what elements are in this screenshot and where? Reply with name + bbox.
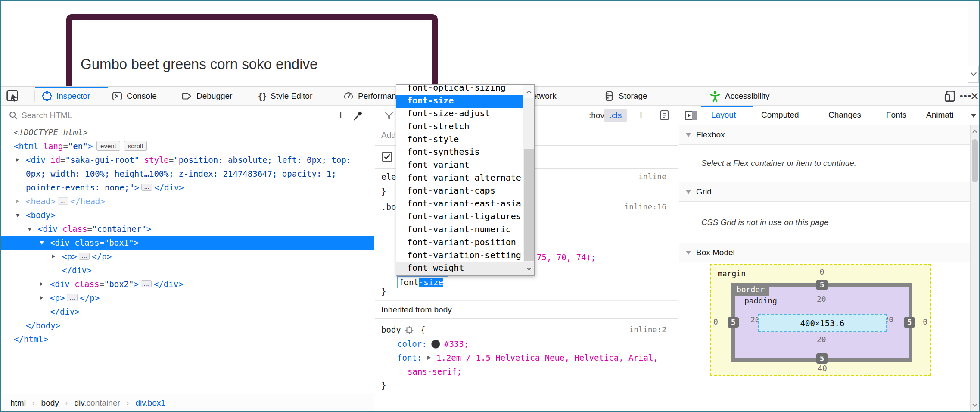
rule-source-link[interactable]: inline (638, 170, 666, 183)
close-devtools-button[interactable]: ✕ (970, 87, 979, 106)
autocomplete-option[interactable]: font-variant (396, 159, 523, 172)
responsive-design-button[interactable] (944, 87, 956, 106)
layout-panel-scrollbar[interactable] (970, 125, 979, 411)
breadcrumb-item-box1[interactable]: div.box1 (135, 398, 165, 408)
tab-style-editor[interactable]: { } Style Editor (258, 87, 312, 106)
autocomplete-option[interactable]: font-stretch (396, 121, 523, 134)
margin-left-value[interactable]: 0 (713, 317, 718, 326)
twisty-collapsed-icon[interactable] (40, 296, 43, 300)
tree-row[interactable]: </body> (1, 318, 374, 332)
color-value[interactable]: #333; (444, 337, 469, 350)
box1-border-value-fragment[interactable]: 75, 70, 74); (537, 251, 596, 263)
tab-inspector[interactable]: Inspector (42, 87, 90, 106)
autocomplete-option[interactable]: font-variant-position (396, 237, 523, 250)
tree-row[interactable]: <div class="container"> (1, 222, 374, 236)
margin-right-value[interactable]: 0 (923, 317, 927, 326)
popup-scrollbar-thumb[interactable] (524, 149, 534, 261)
breadcrumb-item-html[interactable]: html (10, 398, 26, 408)
add-node-button[interactable]: + (333, 106, 348, 125)
tab-storage[interactable]: Storage (604, 87, 647, 106)
new-property-input[interactable]: font-size (397, 276, 448, 288)
body-rule-selector[interactable]: body (381, 323, 401, 336)
box-model-content-box[interactable]: 400×153.6 (758, 314, 887, 332)
all-tabs-chevron-icon[interactable] (971, 114, 976, 118)
color-property[interactable]: color: (397, 337, 427, 350)
tree-row[interactable]: <head>…</head> (1, 194, 374, 208)
autocomplete-option[interactable]: font-style (396, 134, 523, 147)
print-simulation-icon[interactable] (660, 110, 670, 121)
autocomplete-option[interactable]: font-size (396, 95, 523, 108)
grid-section-header[interactable]: Grid (679, 182, 970, 202)
autocomplete-option[interactable]: font-optical-sizing (396, 84, 523, 95)
class-checkbox[interactable] (382, 152, 392, 162)
tree-row[interactable]: </html> (1, 332, 374, 346)
breadcrumb-item-body[interactable]: body (41, 398, 59, 408)
padding-top-value[interactable]: 20 (817, 294, 826, 303)
popup-scroll-down-button[interactable] (523, 262, 534, 275)
autocomplete-option[interactable]: font-variant-ligatures (396, 211, 523, 224)
autocomplete-option[interactable]: font-synthesis (396, 147, 523, 159)
tab-accessibility[interactable]: Accessibility (709, 87, 769, 106)
twisty-expanded-icon[interactable] (16, 214, 20, 217)
twisty-collapsed-icon[interactable] (16, 158, 19, 162)
autocomplete-option[interactable]: font-weight (396, 262, 523, 275)
autocomplete-option[interactable]: font-variant-numeric (396, 224, 523, 237)
tree-row[interactable]: </div> (1, 263, 374, 277)
tab-debugger[interactable]: Debugger (182, 87, 232, 106)
twisty-expanded-icon[interactable] (40, 241, 44, 245)
page-scrollbar[interactable] (968, 1, 979, 86)
expand-value-icon[interactable] (427, 356, 431, 360)
autocomplete-option[interactable]: font-variant-alternate (396, 172, 523, 185)
node-picker-button[interactable] (6, 89, 22, 104)
popup-scrollbar[interactable] (523, 85, 534, 275)
autocomplete-option[interactable]: font-size-adjust (396, 108, 523, 121)
rule-source-link[interactable]: inline:16 (624, 200, 666, 213)
margin-bottom-value[interactable]: 40 (816, 364, 828, 373)
page-scroll-down-button[interactable] (968, 66, 979, 83)
border-left-value[interactable]: 5 (728, 317, 739, 328)
tree-row[interactable]: <html lang="en">eventscroll (1, 139, 374, 153)
font-value-line1[interactable]: 1.2em / 1.5 Helvetica Neue, Helvetica, A… (436, 351, 658, 364)
tree-row[interactable]: <p>…</p> (1, 250, 374, 263)
flexbox-section-header[interactable]: Flexbox (679, 125, 970, 145)
box-model-section-header[interactable]: Box Model (679, 243, 970, 262)
font-value-line2[interactable]: sans-serif; (408, 365, 462, 378)
breadcrumb-item-container[interactable]: div.container (74, 398, 120, 408)
tab-fonts[interactable]: Fonts (886, 106, 907, 125)
tab-layout[interactable]: Layout (711, 106, 736, 125)
tab-changes[interactable]: Changes (828, 106, 861, 125)
scrollbar-thumb[interactable] (972, 139, 978, 182)
twisty-collapsed-icon[interactable] (40, 282, 43, 286)
tree-row[interactable]: <div class="box1"> (1, 236, 374, 250)
border-top-value[interactable]: 5 (816, 280, 828, 290)
tree-row[interactable]: </div> (1, 305, 374, 318)
margin-top-value[interactable]: 0 (818, 267, 826, 276)
highlight-node-icon[interactable] (404, 325, 414, 335)
search-input[interactable] (22, 109, 254, 122)
add-rule-button[interactable]: + (634, 106, 648, 124)
color-swatch[interactable] (431, 340, 440, 349)
popup-scroll-up-button[interactable] (523, 85, 534, 98)
tree-row[interactable]: <div class="box2">…</div> (1, 277, 374, 291)
twisty-expanded-icon[interactable] (28, 228, 32, 231)
border-right-value[interactable]: 5 (904, 317, 915, 328)
tab-console[interactable]: Console (112, 87, 157, 106)
autocomplete-option[interactable]: font-variation-setting (396, 250, 523, 263)
border-bottom-value[interactable]: 5 (816, 353, 828, 364)
pseudo-class-toggle[interactable]: :hov (589, 106, 604, 125)
class-toggle[interactable]: .cls (604, 109, 627, 122)
tab-computed[interactable]: Computed (761, 106, 799, 125)
tab-animations[interactable]: Animati (926, 106, 953, 125)
tree-row[interactable]: <div id="saka-gui-root" style="position:… (1, 153, 374, 167)
font-property[interactable]: font: (397, 351, 422, 364)
sidebar-toggle-icon[interactable] (685, 111, 697, 120)
tree-row[interactable]: 0px;​ width: 100%; height…100%; z-index:… (1, 167, 374, 181)
box-model-margin-box[interactable]: margin 0 0 0 40 padding 20 20 20 20 bord… (710, 264, 931, 376)
autocomplete-option[interactable]: font-variant-caps (396, 185, 523, 198)
tree-row[interactable]: pointer-events: none;">…</div> (1, 181, 374, 194)
tree-row[interactable]: <!DOCTYPE html> (1, 125, 374, 139)
eyedropper-button[interactable] (352, 110, 364, 121)
padding-bottom-value[interactable]: 20 (817, 335, 826, 344)
twisty-collapsed-icon[interactable] (16, 199, 19, 203)
rule-source-link[interactable]: inline:2 (629, 323, 666, 336)
